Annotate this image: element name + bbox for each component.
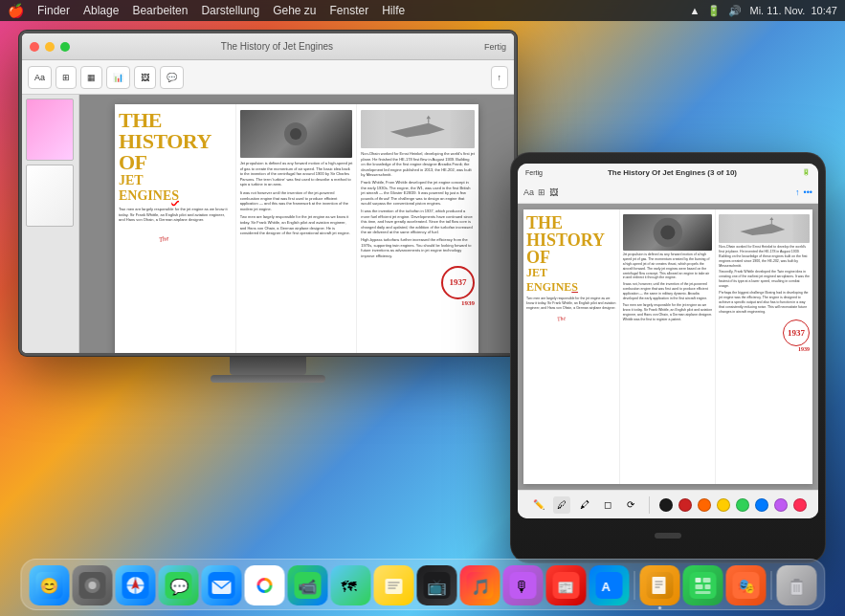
dock-separator-2: [770, 571, 771, 600]
svg-rect-32: [385, 579, 402, 594]
ipad-toolbar-format[interactable]: Aa: [523, 187, 534, 197]
dock-icon-messages[interactable]: 💬: [158, 565, 198, 605]
dock-icon-safari[interactable]: [115, 565, 155, 605]
toolbar-table[interactable]: ▦: [80, 66, 102, 89]
menubar-right: ▲ 🔋 🔊 Mi. 11. Nov. 10:47: [690, 5, 837, 17]
ipad-mid-column: Jet propulsion is defined as any forward…: [620, 209, 717, 484]
menubar-fenster[interactable]: Fenster: [330, 4, 369, 17]
ipad-body-left: Two men are largely responsible for the …: [526, 297, 616, 311]
ipad-annotation-the: The: [557, 315, 567, 321]
sharing-icon[interactable]: Fertig: [484, 42, 506, 52]
pencil-toolbar-separator: [649, 496, 650, 514]
menubar-hilfe[interactable]: Hilfe: [382, 4, 405, 17]
ipad-body-mid-1: Jet propulsion is defined as any forward…: [623, 253, 713, 280]
color-swatch-red[interactable]: [678, 498, 692, 512]
ipad-toolbar-media[interactable]: 🖼: [549, 187, 558, 197]
dock-icon-tv[interactable]: 📺: [416, 565, 456, 605]
dock-icon-maps[interactable]: 🗺: [330, 565, 370, 605]
dock-icon-launchpad[interactable]: [72, 565, 112, 605]
pencil-tool-eraser[interactable]: ◻: [599, 496, 616, 514]
imac-screen: The History of Jet Engines Fertig Aa ⊞ ▦…: [19, 31, 517, 356]
pencil-tool-crayon[interactable]: 🖍: [576, 496, 593, 514]
page-thumbnail-2[interactable]: [26, 165, 74, 227]
ipad-status-left[interactable]: Fertig: [525, 169, 543, 176]
menubar-ablage[interactable]: Ablage: [83, 4, 119, 17]
pencil-tool-lasso[interactable]: ⟳: [622, 496, 639, 514]
toolbar-share[interactable]: ↑: [491, 66, 509, 89]
ipad-body-mid-3: Two men are largely responsible for the …: [623, 303, 713, 322]
page-thumbnail-1[interactable]: [26, 99, 74, 161]
doc-body-right-4: High-bypass turbofans further increased …: [361, 237, 475, 258]
ipad-body-mid-2: It was not, however, until the invention…: [623, 282, 713, 301]
pages-titlebar: The History of Jet Engines Fertig: [22, 33, 514, 60]
ipad-home-bar[interactable]: [655, 533, 681, 539]
svg-text:📹: 📹: [298, 578, 317, 596]
toolbar-insert[interactable]: ⊞: [56, 66, 77, 89]
ipad-year-2: 1939: [719, 346, 810, 352]
maximize-button[interactable]: [60, 42, 70, 52]
dock-icon-mail[interactable]: [201, 565, 241, 605]
ipad-right-column: Non-Ohain worked for Ernst Heinkel to de…: [716, 209, 812, 484]
ipad-body-right-2: Secondly, Frank Whittle developed the Tw…: [719, 270, 810, 289]
color-swatch-orange[interactable]: [698, 498, 711, 512]
dock-icon-podcasts[interactable]: 🎙: [502, 565, 543, 605]
pencil-tool-marker[interactable]: 🖊: [553, 496, 570, 514]
pages-toolbar[interactable]: Aa ⊞ ▦ 📊 🖼 💬 ↑: [22, 60, 514, 95]
toolbar-media[interactable]: 🖼: [134, 66, 156, 89]
ipad-status-bar: Fertig The History Of Jet Engines (3 of …: [518, 164, 818, 181]
ipad: Fertig The History Of Jet Engines (3 of …: [510, 152, 826, 563]
color-swatch-black[interactable]: [659, 498, 673, 512]
menubar-gehzu[interactable]: Gehe zu: [273, 4, 316, 17]
ipad-doc-title-bar: The History Of Jet Engines (3 of 10): [608, 168, 737, 177]
dock-icon-music[interactable]: 🎵: [459, 565, 500, 605]
ipad-body-right-1: Non-Ohain worked for Ernst Heinkel to de…: [719, 245, 810, 268]
dock-separator: [634, 571, 634, 600]
menubar-bearbeiten[interactable]: Bearbeiten: [132, 4, 188, 17]
svg-point-1: [290, 128, 301, 140]
dock-icon-facetime2[interactable]: [373, 565, 413, 605]
menubar-finder[interactable]: Finder: [37, 4, 70, 17]
color-swatch-blue[interactable]: [755, 498, 768, 512]
apple-menu[interactable]: 🍎: [8, 3, 24, 18]
dock-icon-pages[interactable]: [639, 565, 679, 605]
ipad-subtitle: JETENGINES: [526, 266, 616, 295]
ipad-toolbar[interactable]: Aa ⊞ 🖼 ↑ •••: [518, 181, 818, 204]
dock-icon-appstore[interactable]: A: [589, 565, 629, 605]
toolbar-chart[interactable]: 📊: [106, 66, 130, 89]
pages-sidebar: [22, 95, 79, 353]
svg-point-7: [660, 225, 675, 239]
dock-icon-photos[interactable]: [244, 565, 284, 605]
color-swatch-purple[interactable]: [774, 498, 788, 512]
ipad-battery: 🔋: [802, 168, 811, 176]
color-swatch-pink[interactable]: [793, 498, 807, 512]
dock-icon-numbers[interactable]: [682, 565, 723, 605]
toolbar-comment[interactable]: 💬: [160, 66, 184, 89]
dock-icon-news[interactable]: 📰: [545, 565, 586, 605]
svg-text:🎭: 🎭: [737, 578, 755, 595]
color-swatch-green[interactable]: [736, 498, 749, 512]
pencil-tool-pen[interactable]: ✏️: [530, 496, 547, 514]
ipad-plane-image: [719, 214, 810, 243]
color-swatch-yellow[interactable]: [717, 498, 730, 512]
dock-icon-facetime[interactable]: 📹: [287, 565, 327, 605]
toolbar-format[interactable]: Aa: [28, 66, 52, 89]
dock-icon-finder[interactable]: 😊: [29, 565, 69, 605]
dock-dot-pages: [658, 606, 661, 609]
dock-icon-keynote[interactable]: 🎭: [725, 565, 766, 605]
ipad-body-right-3: Perhaps the biggest challenge Boeing had…: [719, 291, 810, 314]
dock-icon-trash[interactable]: [776, 565, 816, 605]
svg-rect-56: [695, 591, 710, 594]
minimize-button[interactable]: [45, 42, 55, 52]
annotation-the: The: [158, 234, 169, 244]
menubar-datetime: Mi. 11. Nov. 10:47: [749, 5, 837, 16]
menubar-darstellung[interactable]: Darstellung: [201, 4, 259, 17]
svg-rect-55: [704, 584, 710, 589]
doc-body-mid-2: It was not however until the invention o…: [240, 190, 353, 211]
ipad-toolbar-more[interactable]: •••: [804, 187, 812, 197]
close-button[interactable]: [30, 42, 39, 52]
svg-rect-53: [702, 578, 710, 583]
ipad-toolbar-insert[interactable]: ⊞: [538, 187, 545, 197]
ipad-toolbar-share[interactable]: ↑: [795, 187, 800, 197]
doc-body-mid-3: Two men are largely responsible for the …: [240, 214, 353, 235]
pages-content: THEHISTORYOF The JETENGINES Two men are …: [22, 95, 514, 353]
